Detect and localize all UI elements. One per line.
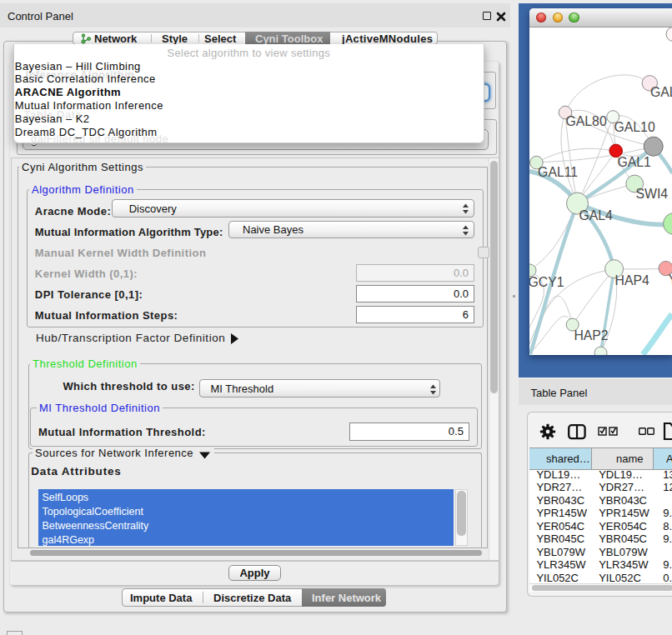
svg-text:GAL1: GAL1 bbox=[617, 154, 651, 168]
svg-text:HAP4: HAP4 bbox=[614, 273, 649, 288]
svg-text:GAL: GAL bbox=[650, 85, 672, 99]
svg-text:GAL10: GAL10 bbox=[614, 120, 654, 134]
svg-text:HAP2: HAP2 bbox=[574, 328, 608, 342]
svg-text:GCY1: GCY1 bbox=[529, 275, 564, 289]
svg-text:SWI4: SWI4 bbox=[635, 187, 668, 201]
svg-text:GAL80: GAL80 bbox=[565, 113, 606, 128]
svg-text:GAL11: GAL11 bbox=[538, 165, 578, 179]
svg-text:GAL4: GAL4 bbox=[579, 208, 613, 222]
svg-text:Y: Y bbox=[668, 272, 672, 287]
